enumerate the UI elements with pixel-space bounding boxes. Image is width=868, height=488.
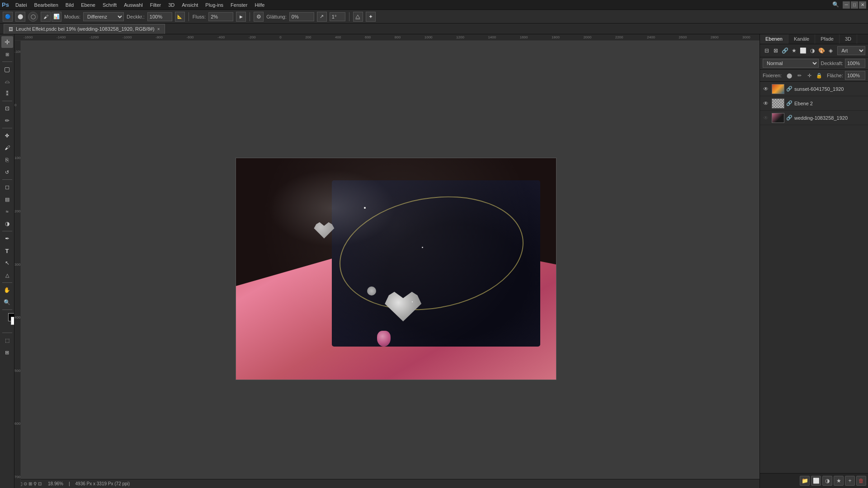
tab-3d[interactable]: 3D	[840, 34, 857, 44]
menu-item-3d[interactable]: 3D	[165, 1, 178, 9]
quick-mask-tool[interactable]: ⬚	[1, 334, 13, 346]
fill-label: Fläche:	[827, 73, 843, 78]
status-separator: |	[69, 481, 70, 486]
canvas-container[interactable]: -100 0 100 200 300 400 500 600 700	[14, 41, 760, 488]
document-tab[interactable]: 🖼 Leucht Effekt.psdc bei 19% (wedding-10…	[4, 24, 165, 34]
text-tool[interactable]: T	[1, 245, 13, 257]
search-icon[interactable]: 🔍	[830, 1, 842, 9]
brush-tool[interactable]: 🖌	[1, 142, 13, 154]
path-select-tool[interactable]: ↖	[1, 257, 13, 269]
layer-mask-button[interactable]: ⬜	[811, 476, 821, 486]
layer-style-button[interactable]: ★	[834, 476, 844, 486]
angle-input[interactable]	[330, 12, 345, 21]
menu-item-plugins[interactable]: Plug-ins	[202, 1, 227, 9]
layer-color-icon[interactable]: 🎨	[818, 46, 826, 55]
layer-visibility-wedding[interactable]: 👁	[762, 114, 770, 122]
crop-tool[interactable]: ⊡	[1, 103, 13, 114]
move-tool[interactable]: ✛	[1, 36, 13, 48]
magic-wand-tool[interactable]: ⁑	[1, 88, 13, 99]
layer-link-icon[interactable]: 🔗	[781, 46, 789, 55]
spot-heal-tool[interactable]: ✤	[1, 130, 13, 141]
blur-tool[interactable]: ≈	[1, 206, 13, 217]
layer-visibility-sunset[interactable]: 👁	[762, 85, 770, 93]
layer-adjustment-icon[interactable]: ◑	[808, 46, 816, 55]
background-color[interactable]	[11, 317, 15, 325]
layer-mask-icon[interactable]: ⬜	[799, 46, 807, 55]
glaettung-input[interactable]	[289, 12, 314, 21]
canvas-image[interactable]	[236, 158, 557, 380]
tab-close-icon[interactable]: ×	[157, 27, 160, 32]
art-select[interactable]: Art	[837, 46, 865, 55]
angle-input-icon[interactable]: ↗	[317, 12, 327, 22]
history-brush-tool[interactable]: ↺	[1, 166, 13, 178]
artboard-tool[interactable]: ⊞	[1, 48, 13, 60]
tab-ebenen[interactable]: Ebenen	[760, 34, 788, 44]
zoom-tool[interactable]: 🔍	[1, 296, 13, 308]
hand-tool[interactable]: ✋	[1, 284, 13, 296]
tab-pfade[interactable]: Pfade	[815, 34, 840, 44]
blend-mode-select[interactable]: Differenz	[83, 12, 124, 21]
shape-tool[interactable]: △	[1, 269, 13, 281]
lock-image-icon[interactable]: ✏	[795, 71, 803, 80]
pressure-flow-icon[interactable]: ▶	[236, 12, 246, 22]
airbrush-icon[interactable]: 🖌	[41, 12, 51, 22]
new-group-button[interactable]: 📁	[800, 476, 810, 486]
menu-item-schrift[interactable]: Schrift	[99, 1, 120, 9]
layer-item-wedding[interactable]: 👁 🔗 wedding-1083258_1920	[760, 111, 868, 125]
layer-style-icon[interactable]: ★	[790, 46, 798, 55]
adjustment-button[interactable]: ◑	[822, 476, 832, 486]
lock-all-icon[interactable]: 🔒	[815, 71, 823, 80]
layer-smart-icon[interactable]: ◈	[827, 46, 835, 55]
pressure-opacity-icon[interactable]: 📐	[175, 12, 185, 22]
brush-rotation-icon[interactable]: ✦	[366, 12, 376, 22]
deckkraft-input[interactable]	[147, 12, 172, 21]
lasso-tool[interactable]: ⌓	[1, 75, 13, 87]
filter-by-icon[interactable]: ⊠	[772, 46, 779, 55]
menu-item-ebene[interactable]: Ebene	[77, 1, 99, 9]
menu-item-datei[interactable]: Datei	[12, 1, 31, 9]
fluss-input[interactable]	[208, 12, 233, 21]
maximize-button[interactable]: □	[851, 1, 858, 9]
close-button[interactable]: ✕	[859, 1, 866, 9]
brush-hardness-icon[interactable]: ◯	[28, 12, 38, 22]
minimize-button[interactable]: ─	[843, 1, 850, 9]
pen-tool[interactable]: ✒	[1, 233, 13, 244]
canvas-image-wrapper[interactable]	[236, 158, 557, 380]
new-layer-button[interactable]: +	[845, 476, 855, 486]
dodge-tool[interactable]: ◑	[1, 218, 13, 230]
canvas-area[interactable]: -1600-1400-1200-1000-800-600-400-2000200…	[14, 34, 760, 488]
opacity-input[interactable]	[845, 59, 865, 68]
screen-mode-tool[interactable]: ⊞	[1, 347, 13, 358]
menu-item-hilfe[interactable]: Hilfe	[251, 1, 268, 9]
gradient-tool[interactable]: ▤	[1, 193, 13, 205]
delete-layer-button[interactable]: 🗑	[856, 476, 866, 486]
fill-input[interactable]	[845, 71, 865, 80]
layer-link-sunset: 🔗	[786, 86, 793, 92]
modus-label: Modus:	[64, 14, 80, 19]
filter-type-icon[interactable]: ⊟	[763, 46, 770, 55]
menu-item-fenster[interactable]: Fenster	[227, 1, 251, 9]
clone-stamp-tool[interactable]: ⎘	[1, 154, 13, 166]
lock-position-icon[interactable]: ✛	[805, 71, 813, 80]
tool-preset-picker[interactable]: 🔵	[3, 12, 13, 22]
smoothing-settings-icon[interactable]: ⚙	[254, 12, 264, 22]
menu-item-auswahl[interactable]: Auswahl	[120, 1, 146, 9]
pressure-icon[interactable]: 📊	[52, 12, 61, 22]
brush-size-icon[interactable]: ⬤	[15, 12, 25, 22]
layer-item-sunset[interactable]: 👁 🔗 sunset-6041750_1920	[760, 82, 868, 96]
menu-item-bild[interactable]: Bild	[62, 1, 77, 9]
layer-blend-mode-select[interactable]: Normal	[763, 59, 819, 68]
select-rect-tool[interactable]: ▢	[1, 63, 13, 75]
tab-kanaele[interactable]: Kanäle	[788, 34, 815, 44]
menu-item-ansicht[interactable]: Ansicht	[178, 1, 202, 9]
eraser-tool[interactable]: ◻	[1, 181, 13, 193]
menu-item-bearbeiten[interactable]: Bearbeiten	[31, 1, 62, 9]
eyedropper-tool[interactable]: ✏	[1, 115, 13, 127]
document-tab-title: Leucht Effekt.psdc bei 19% (wedding-1083…	[16, 26, 155, 32]
lock-transparent-icon[interactable]: ⬤	[785, 71, 793, 80]
layer-visibility-ebene2[interactable]: 👁	[762, 99, 770, 108]
menu-item-filter[interactable]: Filter	[146, 1, 165, 9]
right-panel: Ebenen Kanäle Pfade 3D ⊟ ⊠ 🔗 ★ ⬜ ◑ 🎨 ◈ A…	[760, 34, 868, 488]
layer-item-ebene2[interactable]: 👁 🔗 Ebene 2	[760, 96, 868, 111]
symmetry-icon[interactable]: ⧋	[353, 12, 363, 22]
